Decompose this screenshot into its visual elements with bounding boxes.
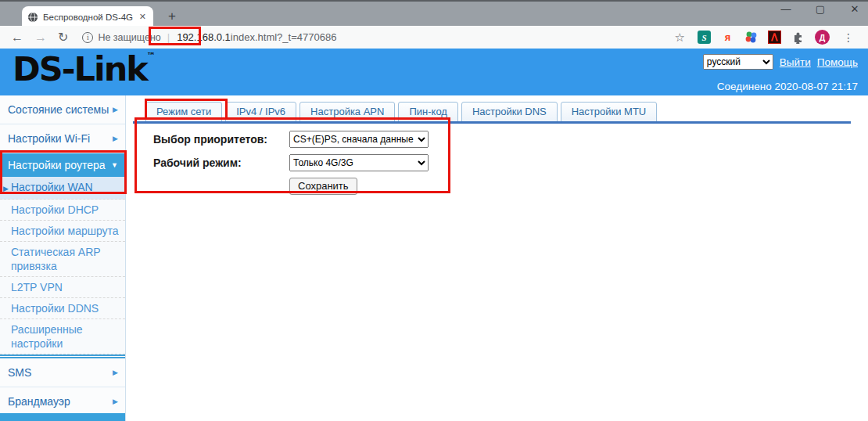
- browser-titlebar: Беспроводной DS-4G-5Kit роуте ✕ + — ▢ ✕: [0, 0, 868, 26]
- sidebar-subitem-dhcp[interactable]: Настройки DHCP: [0, 200, 125, 221]
- sidebar-item-router-settings[interactable]: Настройки роутера ▼: [0, 153, 125, 177]
- sidebar-subitem-label: Настройки WAN: [11, 181, 93, 193]
- puzzle-extensions-icon[interactable]: [791, 31, 805, 44]
- sidebar-item-label: Настройки роутера: [8, 159, 106, 171]
- priority-select[interactable]: CS+(E)PS, сначала данные: [289, 131, 429, 148]
- close-icon[interactable]: ✕: [848, 3, 862, 15]
- tabs-underline: [133, 121, 851, 124]
- sidebar-subitem-l2tp-vpn[interactable]: L2TP VPN: [0, 277, 125, 298]
- language-select[interactable]: русский: [703, 54, 773, 70]
- sidebar-subitem-label: Расширенные настройки: [11, 323, 83, 350]
- yandex-extension-icon[interactable]: я: [721, 31, 734, 44]
- help-link[interactable]: Помощь: [817, 56, 858, 68]
- chevron-right-icon: ▶: [113, 106, 118, 113]
- work-mode-select[interactable]: Только 4G/3G: [289, 154, 429, 171]
- sidebar-item-system-status[interactable]: Состояние системы ▶: [0, 95, 125, 124]
- sidebar-item-label: Состояние системы: [8, 103, 109, 116]
- browser-menu-icon[interactable]: ⋮: [843, 31, 854, 44]
- sidebar-item-label: Настройки Wi-Fi: [8, 132, 90, 145]
- sidebar-item-firewall[interactable]: Брандмауэр ▶: [0, 387, 125, 416]
- network-mode-form: Выбор приоритетов: CS+(E)PS, сначала дан…: [153, 131, 429, 195]
- sidebar-item-label: Брандмауэр: [8, 395, 70, 408]
- profile-avatar[interactable]: Д: [815, 30, 830, 45]
- sidebar-nav: Состояние системы ▶ Настройки Wi-Fi ▶ На…: [0, 95, 126, 421]
- s-extension-icon[interactable]: S: [698, 31, 711, 44]
- info-icon[interactable]: i: [82, 32, 93, 43]
- logout-link[interactable]: Выйти: [780, 56, 811, 68]
- globe-favicon: [27, 12, 38, 23]
- chevron-right-icon: ▶: [113, 135, 118, 142]
- work-mode-label: Рабочий режим:: [153, 157, 289, 169]
- browser-tab[interactable]: Беспроводной DS-4G-5Kit роуте ✕: [22, 6, 153, 27]
- pinwheel-extension-icon[interactable]: [744, 31, 758, 44]
- tab-close-icon[interactable]: ✕: [138, 12, 148, 22]
- chevron-right-icon: ▶: [113, 369, 118, 376]
- back-icon[interactable]: ←: [11, 31, 23, 45]
- settings-tabs: Режим сети IPv4 / IPv6 Настройка APN Пин…: [145, 102, 657, 122]
- security-label[interactable]: Не защищено: [98, 32, 160, 43]
- work-mode-row: Рабочий режим: Только 4G/3G: [153, 154, 429, 171]
- sidebar-subitem-label: Настройки DHCP: [11, 203, 99, 216]
- sidebar-subitem-label: Статическая ARP привязка: [11, 246, 100, 272]
- sidebar-subitem-label: Настройки маршрута: [11, 225, 119, 237]
- bookmark-star-icon[interactable]: ☆: [675, 31, 685, 45]
- sidebar-subitem-advanced[interactable]: Расширенные настройки: [0, 319, 125, 354]
- url-divider: |: [167, 31, 170, 43]
- window-controls: — ▢ ✕: [779, 3, 862, 15]
- sidebar-subitem-label: L2TP VPN: [11, 281, 63, 293]
- tab-title: Беспроводной DS-4G-5Kit роуте: [43, 13, 133, 22]
- priority-row: Выбор приоритетов: CS+(E)PS, сначала дан…: [153, 131, 429, 148]
- url-path[interactable]: index.html?_t=4770686: [231, 31, 337, 43]
- sidebar-subitem-ddns[interactable]: Настройки DDNS: [0, 298, 125, 319]
- tab-network-mode[interactable]: Режим сети: [145, 102, 222, 122]
- sidebar-item-sms[interactable]: SMS ▶: [0, 358, 125, 387]
- header-top-right: русский Выйти Помощь: [703, 54, 858, 70]
- ds-link-logo: DS-Link™: [13, 49, 156, 88]
- browser-toolbar: ← → ↻ i Не защищено | 192.168.0.1 index.…: [0, 26, 868, 49]
- minimize-icon[interactable]: —: [779, 3, 793, 15]
- main-content: Режим сети IPv4 / IPv6 Настройка APN Пин…: [127, 95, 868, 421]
- sidebar-bottom-bar: [0, 413, 125, 421]
- chevron-down-icon: ▼: [111, 161, 118, 169]
- url-host[interactable]: 192.168.0.1: [177, 31, 231, 43]
- tab-apn[interactable]: Настройка APN: [299, 102, 395, 122]
- active-marker-icon: ▶: [3, 185, 9, 193]
- tab-dns[interactable]: Настройки DNS: [461, 102, 558, 122]
- tab-pin[interactable]: Пин-код: [398, 102, 457, 122]
- save-row: Сохранить: [289, 178, 429, 195]
- acrobat-extension-icon[interactable]: [768, 31, 781, 44]
- reload-icon[interactable]: ↻: [58, 30, 68, 45]
- connected-status: Соединено 2020-08-07 21:17: [717, 81, 858, 92]
- app-header: DS-Link™ 4G SIM Wi-Fi Сообщ: [0, 49, 868, 95]
- sidebar-item-label: SMS: [8, 366, 31, 379]
- maximize-icon[interactable]: ▢: [813, 3, 827, 15]
- forward-icon[interactable]: →: [34, 31, 47, 45]
- tab-mtu[interactable]: Настройки MTU: [561, 102, 658, 122]
- sidebar-subitem-wan[interactable]: ▶Настройки WAN: [0, 177, 125, 200]
- extensions-row: S я Д ⋮: [698, 30, 860, 45]
- sidebar-item-wifi-settings[interactable]: Настройки Wi-Fi ▶: [0, 124, 125, 153]
- new-tab-button[interactable]: +: [163, 8, 181, 27]
- sidebar-subitem-label: Настройки DDNS: [11, 302, 99, 315]
- chevron-right-icon: ▶: [113, 398, 118, 405]
- tab-ipv4-ipv6[interactable]: IPv4 / IPv6: [225, 102, 296, 122]
- sidebar-subitem-static-arp[interactable]: Статическая ARP привязка: [0, 242, 125, 277]
- save-button[interactable]: Сохранить: [289, 178, 357, 195]
- priority-label: Выбор приоритетов:: [153, 133, 289, 146]
- trademark: ™: [147, 51, 156, 61]
- sidebar-subitem-route[interactable]: Настройки маршрута: [0, 221, 125, 242]
